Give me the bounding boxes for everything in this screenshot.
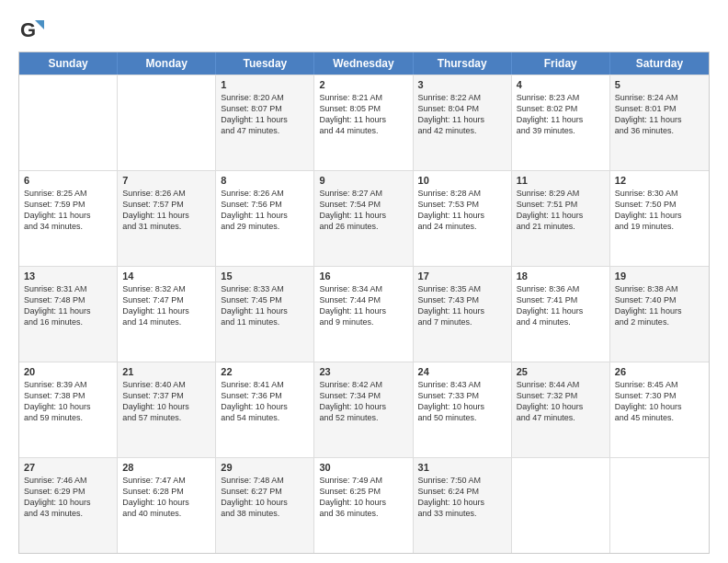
- cell-line: Sunrise: 8:26 AM: [221, 188, 309, 199]
- calendar-cell: 23Sunrise: 8:42 AMSunset: 7:34 PMDayligh…: [314, 362, 413, 457]
- day-number: 25: [517, 366, 605, 377]
- calendar-cell: 16Sunrise: 8:34 AMSunset: 7:44 PMDayligh…: [314, 267, 413, 362]
- day-number: 3: [418, 79, 506, 90]
- day-number: 22: [221, 366, 309, 377]
- cell-line: Sunrise: 8:44 AM: [517, 379, 605, 390]
- cell-line: and 34 minutes.: [24, 221, 112, 232]
- cell-line: Sunset: 7:44 PM: [319, 294, 407, 305]
- cell-line: Daylight: 10 hours: [122, 401, 210, 412]
- day-number: 28: [122, 462, 210, 473]
- calendar-cell: 31Sunrise: 7:50 AMSunset: 6:24 PMDayligh…: [414, 458, 512, 553]
- cell-line: Sunrise: 8:26 AM: [122, 188, 210, 199]
- day-number: 29: [221, 462, 309, 473]
- cell-line: Sunrise: 8:20 AM: [221, 92, 309, 103]
- cell-line: Sunrise: 8:32 AM: [122, 283, 210, 294]
- calendar-cell: 24Sunrise: 8:43 AMSunset: 7:33 PMDayligh…: [414, 362, 512, 457]
- calendar-cell: 26Sunrise: 8:45 AMSunset: 7:30 PMDayligh…: [610, 362, 709, 457]
- cell-line: Sunrise: 8:39 AM: [24, 379, 112, 390]
- weekday-header: Sunday: [19, 52, 118, 75]
- cell-line: and 44 minutes.: [319, 125, 407, 136]
- cell-line: Sunrise: 8:23 AM: [517, 92, 605, 103]
- calendar: SundayMondayTuesdayWednesdayThursdayFrid…: [18, 52, 710, 554]
- cell-line: Daylight: 11 hours: [221, 305, 309, 316]
- cell-line: and 39 minutes.: [517, 125, 605, 136]
- day-number: 4: [517, 79, 605, 90]
- cell-line: Daylight: 11 hours: [418, 210, 506, 221]
- cell-line: Daylight: 11 hours: [615, 305, 704, 316]
- cell-line: and 54 minutes.: [221, 412, 309, 423]
- calendar-cell: 5Sunrise: 8:24 AMSunset: 8:01 PMDaylight…: [610, 75, 709, 170]
- calendar-cell: 27Sunrise: 7:46 AMSunset: 6:29 PMDayligh…: [19, 458, 118, 553]
- cell-line: and 26 minutes.: [319, 221, 407, 232]
- calendar-cell: 11Sunrise: 8:29 AMSunset: 7:51 PMDayligh…: [512, 171, 610, 266]
- cell-line: and 38 minutes.: [221, 508, 309, 519]
- cell-line: Daylight: 11 hours: [221, 210, 309, 221]
- cell-line: Daylight: 11 hours: [615, 210, 704, 221]
- cell-line: Sunset: 8:01 PM: [615, 103, 704, 114]
- calendar-row: 6Sunrise: 8:25 AMSunset: 7:59 PMDaylight…: [19, 170, 709, 266]
- cell-line: Daylight: 11 hours: [24, 210, 112, 221]
- cell-line: and 59 minutes.: [24, 412, 112, 423]
- day-number: 13: [24, 270, 112, 282]
- cell-line: and 42 minutes.: [418, 125, 506, 136]
- cell-line: and 4 minutes.: [517, 316, 605, 327]
- cell-line: Sunset: 7:36 PM: [221, 390, 309, 401]
- cell-line: Sunset: 7:34 PM: [319, 390, 407, 401]
- calendar-cell: 28Sunrise: 7:47 AMSunset: 6:28 PMDayligh…: [118, 458, 216, 553]
- cell-line: Sunrise: 8:28 AM: [418, 188, 506, 199]
- calendar-cell: 9Sunrise: 8:27 AMSunset: 7:54 PMDaylight…: [314, 171, 413, 266]
- cell-line: Sunset: 7:48 PM: [24, 294, 112, 305]
- cell-line: and 36 minutes.: [319, 508, 407, 519]
- cell-line: Daylight: 11 hours: [221, 114, 309, 125]
- cell-line: and 47 minutes.: [517, 412, 605, 423]
- cell-line: Daylight: 11 hours: [517, 114, 605, 125]
- calendar-body: 1Sunrise: 8:20 AMSunset: 8:07 PMDaylight…: [19, 75, 709, 553]
- calendar-row: 13Sunrise: 8:31 AMSunset: 7:48 PMDayligh…: [19, 266, 709, 362]
- calendar-cell: 3Sunrise: 8:22 AMSunset: 8:04 PMDaylight…: [414, 75, 512, 170]
- cell-line: Sunrise: 8:25 AM: [24, 188, 112, 199]
- cell-line: Sunrise: 8:45 AM: [615, 379, 704, 390]
- day-number: 18: [517, 270, 605, 282]
- cell-line: Sunset: 6:27 PM: [221, 486, 309, 497]
- calendar-cell: 2Sunrise: 8:21 AMSunset: 8:05 PMDaylight…: [314, 75, 413, 170]
- svg-text:G: G: [20, 18, 36, 41]
- calendar-cell: 13Sunrise: 8:31 AMSunset: 7:48 PMDayligh…: [19, 267, 118, 362]
- day-number: 27: [24, 462, 112, 473]
- calendar-cell: 30Sunrise: 7:49 AMSunset: 6:25 PMDayligh…: [314, 458, 413, 553]
- logo: G: [18, 17, 48, 42]
- cell-line: Daylight: 10 hours: [221, 401, 309, 412]
- cell-line: Daylight: 10 hours: [221, 497, 309, 508]
- cell-line: and 45 minutes.: [615, 412, 704, 423]
- cell-line: Daylight: 11 hours: [517, 305, 605, 316]
- cell-line: and 11 minutes.: [221, 316, 309, 327]
- calendar-cell: 19Sunrise: 8:38 AMSunset: 7:40 PMDayligh…: [610, 267, 709, 362]
- cell-line: Sunset: 7:38 PM: [24, 390, 112, 401]
- day-number: 17: [418, 270, 506, 282]
- cell-line: Sunset: 7:51 PM: [517, 199, 605, 210]
- calendar-cell: 15Sunrise: 8:33 AMSunset: 7:45 PMDayligh…: [216, 267, 314, 362]
- cell-line: and 40 minutes.: [122, 508, 210, 519]
- weekday-header: Monday: [118, 52, 216, 75]
- cell-line: Sunset: 6:29 PM: [24, 486, 112, 497]
- cell-line: Sunrise: 8:29 AM: [517, 188, 605, 199]
- cell-line: Sunrise: 7:50 AM: [418, 475, 506, 486]
- cell-line: Daylight: 10 hours: [24, 497, 112, 508]
- calendar-cell: [610, 458, 709, 553]
- cell-line: Sunset: 7:40 PM: [615, 294, 704, 305]
- day-number: 15: [221, 270, 309, 282]
- cell-line: Daylight: 10 hours: [517, 401, 605, 412]
- cell-line: Daylight: 10 hours: [319, 401, 407, 412]
- day-number: 9: [319, 175, 407, 186]
- cell-line: Sunrise: 8:38 AM: [615, 283, 704, 294]
- cell-line: Daylight: 11 hours: [517, 210, 605, 221]
- cell-line: and 19 minutes.: [615, 221, 704, 232]
- calendar-cell: 1Sunrise: 8:20 AMSunset: 8:07 PMDaylight…: [216, 75, 314, 170]
- day-number: 10: [418, 175, 506, 186]
- calendar-cell: 7Sunrise: 8:26 AMSunset: 7:57 PMDaylight…: [118, 171, 216, 266]
- cell-line: Sunset: 6:25 PM: [319, 486, 407, 497]
- cell-line: and 36 minutes.: [615, 125, 704, 136]
- calendar-cell: 20Sunrise: 8:39 AMSunset: 7:38 PMDayligh…: [19, 362, 118, 457]
- cell-line: Daylight: 10 hours: [122, 497, 210, 508]
- cell-line: Daylight: 10 hours: [24, 401, 112, 412]
- cell-line: Sunrise: 7:47 AM: [122, 475, 210, 486]
